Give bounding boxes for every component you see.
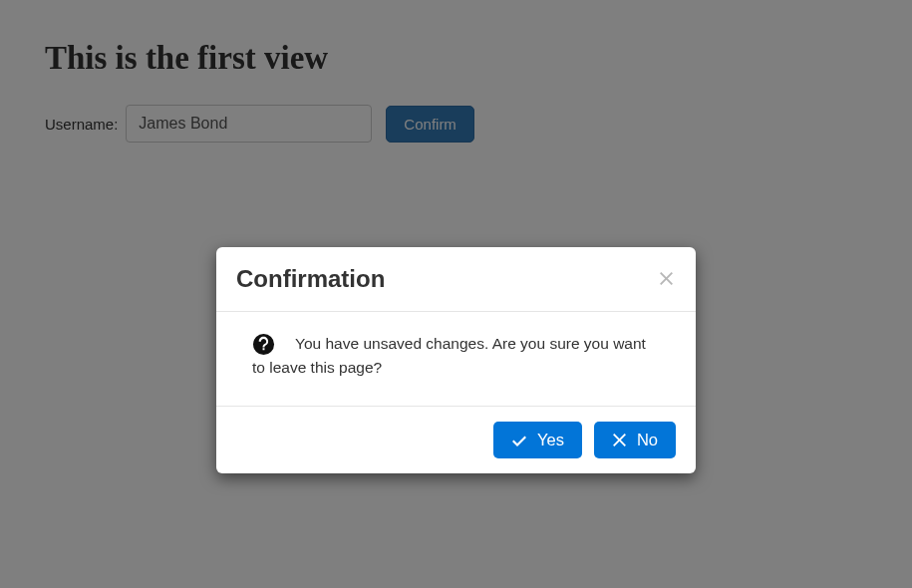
dialog-footer: Yes No — [216, 406, 696, 473]
dialog-message: You have unsaved changes. Are you sure y… — [252, 335, 646, 376]
dialog-title: Confirmation — [236, 265, 385, 293]
no-button[interactable]: No — [594, 422, 676, 458]
confirmation-dialog: Confirmation You have unsaved changes. A… — [216, 247, 696, 473]
dialog-body: You have unsaved changes. Are you sure y… — [216, 312, 696, 406]
question-circle-icon — [252, 333, 275, 356]
yes-button-label: Yes — [537, 431, 564, 449]
no-button-label: No — [637, 431, 658, 449]
close-icon — [659, 271, 674, 286]
close-button[interactable] — [657, 267, 676, 291]
check-icon — [511, 433, 527, 448]
dialog-header: Confirmation — [216, 247, 696, 312]
x-icon — [612, 433, 627, 447]
yes-button[interactable]: Yes — [493, 422, 582, 458]
